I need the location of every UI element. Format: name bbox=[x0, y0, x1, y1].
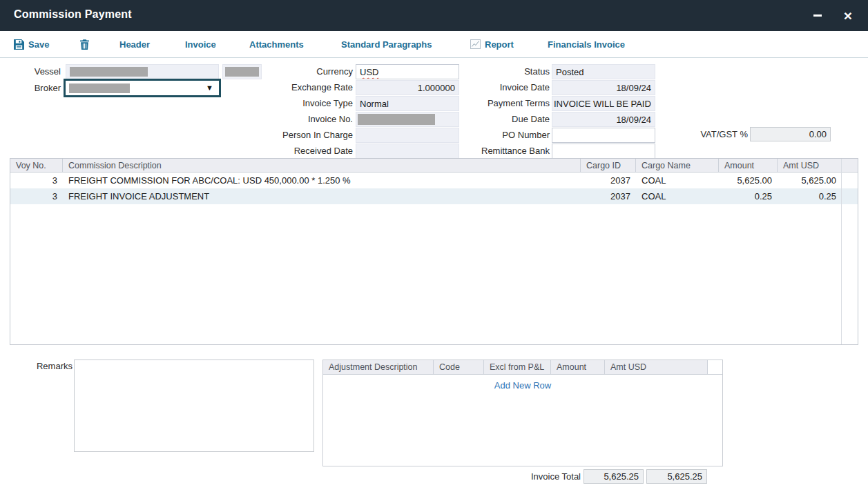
cell-voy-no: 3 bbox=[10, 175, 63, 186]
cell-amt-usd: 0.25 bbox=[778, 191, 842, 201]
minimize-icon bbox=[813, 14, 822, 17]
vat-gst-field[interactable]: 0.00 bbox=[750, 127, 831, 141]
redacted-value bbox=[358, 114, 435, 125]
close-icon: × bbox=[844, 8, 852, 23]
header-button[interactable]: Header bbox=[119, 31, 150, 57]
commission-lines-table: Voy No. Commission Description Cargo ID … bbox=[10, 158, 858, 345]
table-row[interactable]: 3 FREIGHT INVOICE ADJUSTMENT 2037 COAL 0… bbox=[10, 188, 858, 204]
remarks-textarea[interactable] bbox=[74, 360, 314, 452]
column-header-adjustment-description[interactable]: Adjustment Description bbox=[323, 360, 434, 374]
status-label: Status bbox=[446, 64, 550, 79]
cell-amt-usd: 5,625.00 bbox=[778, 175, 842, 186]
cell-cargo-name: COAL bbox=[636, 175, 719, 186]
standard-paragraphs-label: Standard Paragraphs bbox=[341, 39, 432, 50]
attachments-label: Attachments bbox=[249, 39, 304, 50]
currency-field[interactable]: USD bbox=[356, 64, 459, 79]
save-button[interactable]: Save bbox=[14, 31, 49, 57]
redacted-value bbox=[70, 67, 148, 77]
invoice-type-field[interactable]: Normal bbox=[356, 96, 459, 111]
column-header-excl-from-pl[interactable]: Excl from P&L bbox=[484, 360, 551, 374]
payment-terms-value: INVOICE WILL BE PAID bbox=[554, 99, 651, 109]
financials-invoice-button[interactable]: Financials Invoice bbox=[548, 31, 625, 57]
standard-paragraphs-button[interactable]: Standard Paragraphs bbox=[341, 31, 432, 57]
invoice-type-label: Invoice Type bbox=[249, 96, 353, 111]
due-date-value: 18/09/24 bbox=[616, 115, 651, 125]
delete-button[interactable] bbox=[80, 31, 89, 57]
payment-terms-label: Payment Terms bbox=[446, 96, 550, 111]
column-header-commission-description[interactable]: Commission Description bbox=[63, 159, 581, 172]
person-in-charge-field[interactable] bbox=[356, 128, 459, 143]
invoice-total-amt-usd-value: 5,625.25 bbox=[667, 471, 702, 482]
column-header-filler bbox=[708, 360, 722, 374]
toolbar: Save Header Invoice Attachments Standard… bbox=[0, 31, 868, 58]
column-header-filler bbox=[842, 159, 858, 172]
remittance-bank-field[interactable] bbox=[552, 144, 655, 159]
column-header-amount[interactable]: Amount bbox=[719, 159, 778, 172]
report-chart-icon bbox=[470, 39, 481, 49]
invoice-date-value: 18/09/24 bbox=[616, 83, 651, 93]
received-date-label: Received Date bbox=[249, 144, 353, 159]
close-button[interactable]: × bbox=[833, 0, 862, 31]
table-row[interactable]: 3 FREIGHT COMMISSION FOR ABC/COAL: USD 4… bbox=[10, 173, 858, 188]
person-in-charge-label: Person In Charge bbox=[249, 128, 353, 143]
po-number-label: PO Number bbox=[446, 128, 550, 143]
cell-commission-description: FREIGHT COMMISSION FOR ABC/COAL: USD 450… bbox=[63, 175, 581, 186]
adjustments-table-header: Adjustment Description Code Excl from P&… bbox=[323, 360, 722, 375]
column-header-cargo-name[interactable]: Cargo Name bbox=[636, 159, 719, 172]
broker-label: Broker bbox=[6, 81, 61, 96]
due-date-label: Due Date bbox=[446, 112, 550, 127]
po-number-field[interactable] bbox=[552, 128, 655, 143]
currency-label: Currency bbox=[249, 64, 353, 79]
vessel-field[interactable] bbox=[66, 64, 219, 79]
trash-icon bbox=[80, 39, 89, 50]
column-header-code[interactable]: Code bbox=[434, 360, 484, 374]
column-header-adj-amount[interactable]: Amount bbox=[551, 360, 605, 374]
status-value: Posted bbox=[556, 67, 584, 77]
cell-amount: 5,625.00 bbox=[719, 175, 778, 186]
invoice-type-value: Normal bbox=[360, 99, 389, 109]
scrollbar-gutter-divider bbox=[841, 159, 842, 344]
column-header-amt-usd[interactable]: Amt USD bbox=[778, 159, 842, 172]
add-new-row-link[interactable]: Add New Row bbox=[323, 380, 722, 391]
vat-gst-value: 0.00 bbox=[809, 129, 827, 139]
titlebar: Commission Payment × bbox=[0, 0, 868, 31]
save-label: Save bbox=[28, 39, 49, 50]
chevron-down-icon: ▼ bbox=[206, 83, 213, 92]
remarks-label: Remarks bbox=[21, 360, 73, 373]
cell-amount: 0.25 bbox=[719, 191, 778, 201]
invoice-total-amount-value: 5,625.25 bbox=[604, 471, 639, 482]
invoice-total-amount: 5,625.25 bbox=[584, 469, 644, 484]
commission-payment-window: Commission Payment × Save Header Invoice… bbox=[0, 0, 868, 492]
report-button[interactable]: Report bbox=[470, 31, 514, 57]
currency-value: USD bbox=[360, 67, 378, 77]
invoice-button[interactable]: Invoice bbox=[185, 31, 216, 57]
invoice-date-field[interactable]: 18/09/24 bbox=[552, 80, 655, 95]
redacted-value bbox=[69, 83, 130, 93]
report-label: Report bbox=[485, 39, 514, 50]
cell-cargo-id: 2037 bbox=[581, 175, 636, 186]
invoice-total-label: Invoice Total bbox=[484, 469, 581, 484]
status-field[interactable]: Posted bbox=[552, 64, 655, 79]
save-icon bbox=[14, 39, 24, 50]
received-date-field[interactable] bbox=[356, 144, 459, 159]
invoice-date-label: Invoice Date bbox=[446, 80, 550, 95]
adjustments-table: Adjustment Description Code Excl from P&… bbox=[322, 360, 723, 466]
invoice-no-label: Invoice No. bbox=[249, 112, 353, 127]
attachments-button[interactable]: Attachments bbox=[249, 31, 304, 57]
invoice-total-amt-usd: 5,625.25 bbox=[646, 469, 707, 484]
minimize-button[interactable] bbox=[803, 0, 832, 31]
header-label: Header bbox=[119, 39, 150, 50]
column-header-voy-no[interactable]: Voy No. bbox=[10, 159, 63, 172]
column-header-adj-amt-usd[interactable]: Amt USD bbox=[605, 360, 708, 374]
broker-dropdown[interactable]: ▼ bbox=[64, 79, 221, 97]
exchange-rate-label: Exchange Rate bbox=[249, 80, 353, 95]
cell-commission-description: FREIGHT INVOICE ADJUSTMENT bbox=[63, 191, 581, 201]
invoice-no-field[interactable] bbox=[356, 112, 459, 127]
window-title: Commission Payment bbox=[14, 8, 132, 21]
due-date-field[interactable]: 18/09/24 bbox=[552, 112, 655, 127]
commission-table-header: Voy No. Commission Description Cargo ID … bbox=[10, 159, 858, 173]
remittance-bank-label: Remittance Bank bbox=[446, 144, 550, 159]
exchange-rate-field[interactable]: 1.000000 bbox=[356, 80, 459, 95]
column-header-cargo-id[interactable]: Cargo ID bbox=[581, 159, 636, 172]
payment-terms-field[interactable]: INVOICE WILL BE PAID bbox=[552, 96, 655, 111]
